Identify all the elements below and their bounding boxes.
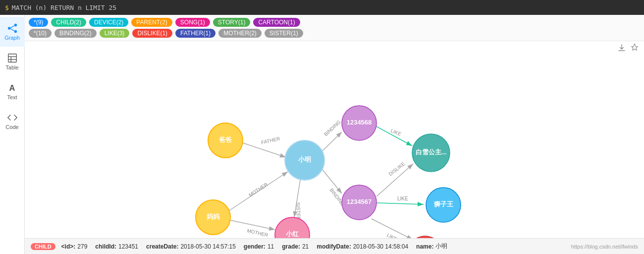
tag-BINDING-2-[interactable]: BINDING(2): [54, 29, 97, 38]
createDate-value: 2018-05-30 14:57:15: [180, 243, 235, 250]
query-bar: $ MATCH (n) RETURN n LIMIT 25: [0, 0, 644, 15]
svg-line-17: [230, 220, 275, 230]
sidebar-item-code[interactable]: Code: [0, 106, 25, 136]
status-badge: CHILD: [31, 243, 55, 250]
tag-MOTHER-2-[interactable]: MOTHER(2): [218, 29, 262, 38]
svg-rect-5: [8, 54, 16, 63]
childId-label: childId:: [95, 243, 116, 250]
modifyDate-label: modifyDate:: [317, 243, 351, 250]
node-1234568[interactable]: 1234568: [342, 106, 376, 140]
sidebar: Graph Table A Text Code: [0, 15, 25, 254]
edge-father: FATHER: [243, 136, 286, 157]
svg-text:MOTHER: MOTHER: [248, 182, 268, 198]
sidebar-text-label: Text: [7, 94, 17, 100]
svg-text:A: A: [9, 83, 15, 92]
tag-PARENT-2-[interactable]: PARENT(2): [131, 18, 172, 27]
prompt-symbol: $: [5, 4, 9, 11]
edge-dislike: DISLIKE: [376, 161, 413, 196]
svg-line-13: [243, 143, 286, 157]
grade-label: grade:: [282, 243, 300, 250]
node-baba[interactable]: 爸爸: [208, 123, 243, 158]
tag---10-[interactable]: *(10): [29, 29, 52, 38]
svg-text:LIKE: LIKE: [386, 232, 398, 238]
node-xiaoming-label: 小明: [298, 156, 311, 163]
graph-svg: FATHER MOTHER MOTHER SISTER: [25, 41, 644, 238]
tag-DEVICE-2-[interactable]: DEVICE(2): [89, 18, 128, 27]
svg-point-41: [408, 236, 442, 238]
edge-like-1: LIKE: [376, 127, 412, 146]
gender-label: gender:: [244, 243, 266, 250]
sidebar-item-table[interactable]: Table: [0, 47, 25, 76]
text-icon: A: [7, 82, 18, 93]
id-value: 279: [77, 243, 87, 250]
svg-line-3: [10, 26, 14, 28]
tag-DISLIKE-1-[interactable]: DISLIKE(1): [132, 29, 172, 38]
svg-point-0: [7, 27, 10, 30]
tag-STORY-1-[interactable]: STORY(1): [213, 18, 251, 27]
node-1234567-label: 1234567: [347, 198, 372, 205]
svg-text:LIKE: LIKE: [397, 196, 408, 201]
grade-value: 21: [302, 243, 309, 250]
tags-bar: *(9)CHILD(2)DEVICE(2)PARENT(2)SONG(1)STO…: [25, 15, 644, 41]
tags-row-1: *(9)CHILD(2)DEVICE(2)PARENT(2)SONG(1)STO…: [29, 18, 640, 27]
svg-point-2: [14, 30, 16, 33]
svg-point-1: [14, 24, 16, 27]
edge-mother-mama-xiaoming: MOTHER: [229, 172, 288, 211]
svg-text:LIKE: LIKE: [390, 128, 402, 137]
table-icon: [7, 53, 18, 64]
node-1234568-label: 1234568: [347, 119, 372, 126]
tag-FATHER-1-[interactable]: FATHER(1): [175, 29, 215, 38]
node-shizi-label: 狮子王: [433, 200, 454, 208]
edge-mother-mama-xiaohong: MOTHER: [230, 220, 275, 238]
pin-icon[interactable]: [630, 43, 639, 54]
node-mama-label: 妈妈: [206, 213, 219, 220]
sidebar-table-label: Table: [5, 64, 18, 70]
sidebar-code-label: Code: [5, 124, 18, 130]
tag-LIKE-3-[interactable]: LIKE(3): [100, 29, 130, 38]
name-value: 小明: [435, 242, 447, 251]
svg-text:FATHER: FATHER: [261, 136, 280, 145]
edge-like-3: LIKE: [372, 219, 413, 238]
gender-value: 11: [268, 243, 274, 250]
childId-value: 123451: [118, 243, 138, 250]
graph-icon: [7, 23, 18, 34]
status-url: https://blog.csdn.net/ifwinds: [571, 244, 638, 250]
content-area: *(9)CHILD(2)DEVICE(2)PARENT(2)SONG(1)STO…: [25, 15, 644, 254]
svg-line-4: [10, 29, 14, 31]
svg-text:DISLIKE: DISLIKE: [387, 161, 406, 177]
tag-CARTOON-1-[interactable]: CARTOON(1): [253, 18, 300, 27]
tag-CHILD-2-[interactable]: CHILD(2): [51, 18, 86, 27]
code-icon: [7, 112, 18, 123]
node-xiaoming[interactable]: 小明: [285, 140, 324, 180]
id-label: <id>:: [61, 243, 76, 250]
node-baba-label: 爸爸: [219, 136, 232, 143]
query-text: MATCH (n) RETURN n LIMIT 25: [12, 4, 116, 11]
svg-text:MOTHER: MOTHER: [247, 228, 269, 238]
svg-rect-10: [618, 50, 625, 51]
node-xiaohong[interactable]: 小红: [275, 217, 310, 238]
graph-area: FATHER MOTHER MOTHER SISTER: [25, 41, 644, 238]
tag-SONG-1-[interactable]: SONG(1): [175, 18, 210, 27]
edge-binding-1: BINDING: [322, 119, 342, 151]
edge-like-2: LIKE: [376, 196, 424, 204]
status-bar: CHILD <id>: 279 childId: 123451 createDa…: [25, 238, 644, 254]
top-right-icons: [617, 41, 644, 56]
download-icon[interactable]: [617, 43, 626, 54]
sidebar-item-graph[interactable]: Graph: [0, 17, 25, 47]
createDate-label: createDate:: [146, 243, 178, 250]
name-label: name:: [416, 243, 433, 250]
node-baixue[interactable]: 白雪公主...: [412, 134, 450, 172]
node-1234567[interactable]: 1234567: [342, 185, 376, 220]
tags-row-2: *(10)BINDING(2)LIKE(3)DISLIKE(1)FATHER(1…: [29, 29, 640, 38]
node-mama[interactable]: 妈妈: [196, 200, 230, 235]
node-baixue-label: 白雪公主...: [416, 148, 447, 156]
tag---9-[interactable]: *(9): [29, 18, 48, 27]
modifyDate-value: 2018-05-30 14:58:04: [353, 243, 408, 250]
node-xiaohong-label: 小红: [285, 230, 299, 238]
edge-sister: SISTER: [294, 180, 302, 220]
tag-SISTER-1-[interactable]: SISTER(1): [265, 29, 303, 38]
node-xiaoyazi[interactable]: 小鸭子: [408, 236, 442, 238]
sidebar-item-text[interactable]: A Text: [0, 76, 25, 106]
node-shizi[interactable]: 狮子王: [426, 188, 461, 222]
svg-line-29: [376, 203, 424, 204]
